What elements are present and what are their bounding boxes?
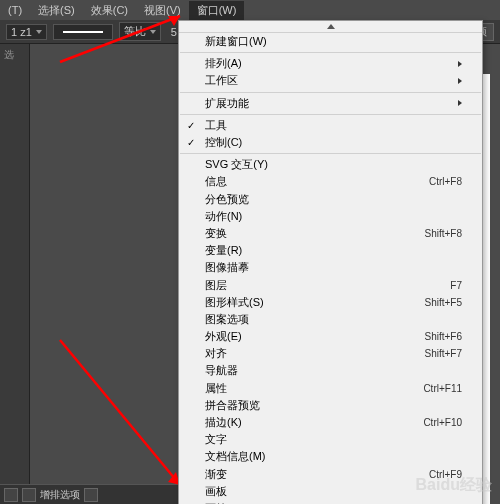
menu-item-label: 图形样式(S): [205, 295, 424, 310]
menu-item-label: 渐变: [205, 467, 429, 482]
menu-item[interactable]: ✓控制(C): [179, 134, 482, 151]
menu-t[interactable]: (T): [0, 2, 30, 18]
menu-effects[interactable]: 效果(C): [83, 1, 136, 20]
check-icon: ✓: [187, 120, 195, 131]
menu-item-label: 导航器: [205, 363, 462, 378]
menu-item-label: 变换: [205, 226, 424, 241]
menu-item-label: 工具: [205, 118, 462, 133]
menu-item[interactable]: 图形样式(S)Shift+F5: [179, 294, 482, 311]
menu-item-label: 新建窗口(W): [205, 34, 462, 49]
menu-separator: [180, 92, 481, 93]
menu-item[interactable]: 属性Ctrl+F11: [179, 380, 482, 397]
menu-item[interactable]: 排列(A): [179, 55, 482, 72]
menu-item[interactable]: 图像描摹: [179, 259, 482, 276]
menu-item-label: 对齐: [205, 346, 424, 361]
arrow-up-icon: [327, 24, 335, 29]
chevron-down-icon: [150, 30, 156, 34]
menu-item-label: 图案选项: [205, 312, 462, 327]
menu-item-label: SVG 交互(Y): [205, 157, 462, 172]
nav-next-button[interactable]: [84, 488, 98, 502]
menu-item-shortcut: Ctrl+F10: [423, 417, 462, 428]
menu-item[interactable]: 外观(E)Shift+F6: [179, 328, 482, 345]
nav-first-button[interactable]: [4, 488, 18, 502]
menu-item-label: 分色预览: [205, 192, 462, 207]
menu-item[interactable]: 渐变Ctrl+F9: [179, 466, 482, 483]
ratio-label: 等比: [124, 24, 146, 39]
menu-item-label: 变量(R): [205, 243, 462, 258]
ratio-dropdown[interactable]: 等比: [119, 22, 161, 41]
menu-separator: [180, 52, 481, 53]
menu-item[interactable]: 动作(N): [179, 208, 482, 225]
menu-item[interactable]: ✓工具: [179, 117, 482, 134]
menu-item-label: 文档信息(M): [205, 449, 462, 464]
menu-item-label: 图层: [205, 278, 450, 293]
menu-item-label: 外观(E): [205, 329, 424, 344]
zoom-dropdown[interactable]: 1 z1: [6, 24, 47, 40]
menu-item[interactable]: 文档信息(M): [179, 448, 482, 465]
nav-prev-button[interactable]: [22, 488, 36, 502]
menu-item[interactable]: 变换Shift+F8: [179, 225, 482, 242]
menu-item-label: 工作区: [205, 73, 450, 88]
left-panel-label: 选: [0, 44, 29, 66]
menu-item[interactable]: 导航器: [179, 362, 482, 379]
menu-item-label: 图像描摹: [205, 260, 462, 275]
points-value: 5: [171, 26, 177, 38]
menu-item[interactable]: 画笔(B)F5: [179, 500, 482, 504]
window-dropdown-menu: 新建窗口(W)排列(A)工作区扩展功能✓工具✓控制(C)SVG 交互(Y)信息C…: [178, 20, 483, 504]
menu-item-shortcut: Shift+F5: [424, 297, 462, 308]
zoom-value: 1 z1: [11, 26, 32, 38]
menu-item-label: 画板: [205, 484, 462, 499]
menu-item[interactable]: 画板: [179, 483, 482, 500]
menu-scroll-up[interactable]: [179, 21, 482, 33]
menu-view[interactable]: 视图(V): [136, 1, 189, 20]
menu-item-label: 文字: [205, 432, 462, 447]
menu-item[interactable]: 图层F7: [179, 276, 482, 293]
menu-item-shortcut: Shift+F6: [424, 331, 462, 342]
menu-item[interactable]: 工作区: [179, 72, 482, 89]
menu-item[interactable]: 新建窗口(W): [179, 33, 482, 50]
arrow-right-icon: [458, 78, 462, 84]
menu-separator: [180, 114, 481, 115]
menu-item-label: 控制(C): [205, 135, 462, 150]
menu-item[interactable]: 描边(K)Ctrl+F10: [179, 414, 482, 431]
arrow-right-icon: [458, 100, 462, 106]
left-panel: 选: [0, 44, 30, 504]
menu-item[interactable]: 扩展功能: [179, 95, 482, 112]
menu-item[interactable]: 变量(R): [179, 242, 482, 259]
menu-separator: [180, 153, 481, 154]
stroke-widget[interactable]: [53, 24, 113, 40]
bottom-controls: 增排选项: [0, 484, 180, 504]
stroke-preview: [63, 31, 103, 33]
menu-item[interactable]: 文字: [179, 431, 482, 448]
menu-item-shortcut: F7: [450, 280, 462, 291]
menu-item[interactable]: SVG 交互(Y): [179, 156, 482, 173]
menu-item-shortcut: Ctrl+F11: [423, 383, 462, 394]
menu-item-label: 拼合器预览: [205, 398, 462, 413]
menu-item-shortcut: Ctrl+F9: [429, 469, 462, 480]
menu-item[interactable]: 图案选项: [179, 311, 482, 328]
menu-item-shortcut: Ctrl+F8: [429, 176, 462, 187]
menubar: (T) 选择(S) 效果(C) 视图(V) 窗口(W): [0, 0, 500, 20]
menu-item-label: 描边(K): [205, 415, 423, 430]
menu-item-label: 排列(A): [205, 56, 450, 71]
menu-item-label: 属性: [205, 381, 423, 396]
check-icon: ✓: [187, 137, 195, 148]
menu-item[interactable]: 拼合器预览: [179, 397, 482, 414]
menu-item-label: 扩展功能: [205, 96, 450, 111]
menu-item[interactable]: 分色预览: [179, 191, 482, 208]
menu-item-label: 信息: [205, 174, 429, 189]
chevron-down-icon: [36, 30, 42, 34]
menu-item[interactable]: 对齐Shift+F7: [179, 345, 482, 362]
menu-item-shortcut: Shift+F8: [424, 228, 462, 239]
menu-item[interactable]: 信息Ctrl+F8: [179, 173, 482, 190]
menu-window[interactable]: 窗口(W): [189, 1, 245, 20]
arrow-right-icon: [458, 61, 462, 67]
bottom-label: 增排选项: [40, 488, 80, 502]
menu-select[interactable]: 选择(S): [30, 1, 83, 20]
menu-item-shortcut: Shift+F7: [424, 348, 462, 359]
menu-item-label: 动作(N): [205, 209, 462, 224]
